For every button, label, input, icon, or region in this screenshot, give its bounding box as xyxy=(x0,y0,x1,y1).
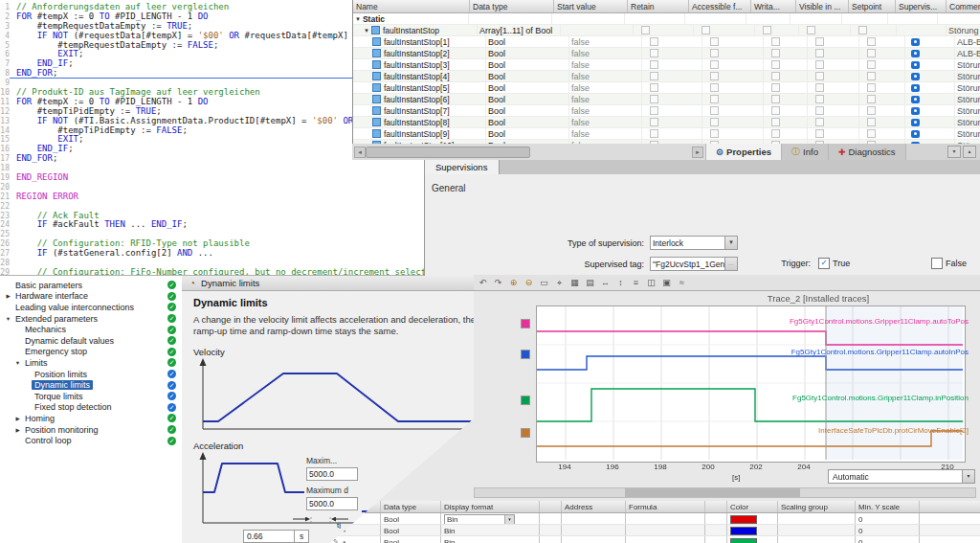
table-row[interactable]: faultInstantStop[9]BoolfalseStörung sofo… xyxy=(353,128,980,140)
checkbox[interactable] xyxy=(650,83,658,92)
scroll-left-icon[interactable]: ◄ xyxy=(354,147,366,158)
checkbox[interactable] xyxy=(815,141,824,144)
checkbox[interactable] xyxy=(702,26,710,34)
ramp-up-time-input[interactable]: 0.66 xyxy=(243,530,295,543)
signal-label[interactable]: Fg5Gty1Control.motions.Gripper11Clamp.au… xyxy=(790,317,969,326)
fit-vertical-icon[interactable]: ↕ xyxy=(613,277,628,289)
column-header[interactable]: Comment xyxy=(947,0,980,12)
trace-scrollbar[interactable] xyxy=(474,487,976,498)
fit-horizontal-icon[interactable]: ↔ xyxy=(598,277,612,289)
column-header[interactable]: Retain xyxy=(628,0,689,12)
table-row[interactable]: faultInstantStop[1]BoolfalseALB-BG180.2/… xyxy=(353,36,980,48)
code-line[interactable]: 21REGION ERROR xyxy=(0,192,426,202)
expander-icon[interactable]: ▼ xyxy=(355,16,361,22)
float-panel-icon[interactable]: ▴ xyxy=(963,146,976,158)
checkbox[interactable] xyxy=(815,118,824,126)
checkbox[interactable] xyxy=(867,95,876,103)
column-header[interactable]: Setpoint xyxy=(849,0,896,12)
checkbox[interactable] xyxy=(710,95,719,103)
checkbox[interactable] xyxy=(771,118,780,126)
checkbox[interactable] xyxy=(710,37,719,46)
scrollbar-thumb[interactable] xyxy=(625,488,800,497)
scrollbar-thumb[interactable] xyxy=(366,147,530,158)
checkbox[interactable] xyxy=(771,106,780,115)
column-header[interactable] xyxy=(540,501,562,512)
checkbox[interactable] xyxy=(650,106,658,115)
checkbox[interactable] xyxy=(815,37,824,46)
code-line[interactable]: 24 IF #ackFault THEN ... END_IF; xyxy=(0,220,426,230)
zoom-region-icon[interactable]: ▭ xyxy=(537,277,551,289)
table-row[interactable]: faultInstantStop[3]BoolfalseStörung sofo… xyxy=(353,59,980,71)
type-of-supervision-select[interactable]: Interlock▼ xyxy=(650,236,738,250)
checkbox[interactable] xyxy=(710,129,719,138)
column-header[interactable]: Scaling group xyxy=(778,501,856,512)
expander-icon[interactable]: ▶ xyxy=(4,293,12,299)
tree-item-extended-parameters[interactable]: ▼Extended parameters✓ xyxy=(0,313,182,325)
checkbox[interactable] xyxy=(867,83,876,92)
checkbox[interactable] xyxy=(867,49,876,57)
crosshair-cursor-icon[interactable]: ⌖ xyxy=(552,277,567,289)
table-row[interactable]: ▼faultInstantStopArray[1..11] of BoolStö… xyxy=(353,25,980,36)
table-row[interactable]: faultInstantStop[6]BoolfalseStörung sofo… xyxy=(353,94,980,105)
table-row[interactable]: faultInstantStop[10]BoolfalseStörung sof… xyxy=(353,140,980,144)
tree-item-mechanics[interactable]: Mechanics✓ xyxy=(0,324,182,335)
checkbox[interactable] xyxy=(650,129,658,138)
checkbox[interactable] xyxy=(771,95,780,103)
code-line[interactable]: 19END_REGION xyxy=(0,173,426,183)
table-row[interactable]: faultInstantStop[2]BoolfalseALB-BG180.4/… xyxy=(353,48,980,59)
checkbox[interactable] xyxy=(710,106,719,115)
signal-visibility-icon[interactable] xyxy=(521,428,530,438)
signal-visibility-icon[interactable] xyxy=(521,350,530,359)
checkbox[interactable] xyxy=(763,26,771,34)
table-row[interactable]: faultInstantStop[8]BoolfalseStörung sofo… xyxy=(353,117,980,128)
grid-toggle-icon[interactable]: ▦ xyxy=(568,277,582,289)
checkbox[interactable] xyxy=(858,26,867,34)
time-scale-select[interactable]: Automatic▾ xyxy=(828,469,975,484)
checkbox[interactable] xyxy=(771,49,780,57)
checkbox[interactable] xyxy=(650,37,658,46)
table-row[interactable]: faultInstantStop[7]BoolfalseStörung sofo… xyxy=(353,105,980,117)
redo-icon[interactable]: ↷ xyxy=(491,277,505,289)
supervised-tag-input[interactable]: "Fg2UcvStp1_1General".fa… xyxy=(650,257,738,271)
checkbox[interactable] xyxy=(710,60,719,69)
code-line[interactable]: 27 IF (#statGeneral.config[2] AND ... xyxy=(0,249,426,259)
checkbox[interactable] xyxy=(771,60,780,69)
checkbox[interactable] xyxy=(867,129,876,138)
display-format-select[interactable]: Bin▾ xyxy=(444,514,515,525)
column-header[interactable]: Formula xyxy=(626,501,705,512)
column-header[interactable]: Data type xyxy=(381,501,441,512)
tree-item-dynamic-limits[interactable]: Dynamic limits✓ xyxy=(0,379,182,391)
checkbox[interactable] xyxy=(867,72,876,80)
column-header[interactable]: Writa... xyxy=(751,0,796,12)
table-row[interactable]: ✎●BoolBin▾0 xyxy=(330,513,980,525)
legend-toggle-icon[interactable]: ≡ xyxy=(629,277,643,289)
checkbox[interactable] xyxy=(650,49,658,57)
column-header[interactable]: Start value xyxy=(554,0,628,12)
checkbox[interactable] xyxy=(650,141,658,144)
tree-item-homing[interactable]: ▶Homing✓ xyxy=(0,413,182,424)
color-swatch[interactable] xyxy=(730,538,757,543)
horizontal-grid-icon[interactable]: ▤ xyxy=(583,277,597,289)
tree-item-basic-parameters[interactable]: Basic parameters✓ xyxy=(0,280,182,291)
tree-item-hardware-interface[interactable]: ▶Hardware interface✓ xyxy=(0,291,182,303)
browse-icon[interactable]: … xyxy=(724,258,737,270)
table-row[interactable]: faultInstantStop[5]BoolfalseStörung sofo… xyxy=(353,82,980,94)
checkbox[interactable] xyxy=(815,60,824,69)
checkbox[interactable] xyxy=(867,118,876,126)
checkbox[interactable] xyxy=(771,83,780,92)
tab-diagnostics[interactable]: ✚ Diagnostics xyxy=(829,144,906,160)
split-view-icon[interactable]: ◫ xyxy=(644,277,658,289)
snapshot-icon[interactable]: ▣ xyxy=(659,277,674,289)
checkbox[interactable] xyxy=(710,141,719,144)
tree-item-dynamic-default-values[interactable]: Dynamic default values✓ xyxy=(0,335,182,347)
checkbox[interactable] xyxy=(650,72,658,80)
checkbox[interactable] xyxy=(867,37,876,46)
expander-icon[interactable]: ▶ xyxy=(13,416,22,421)
tab-properties[interactable]: ⚙ Properties xyxy=(706,144,782,160)
checkbox[interactable] xyxy=(641,26,650,34)
checkbox[interactable] xyxy=(815,49,824,57)
checkbox[interactable] xyxy=(650,95,658,103)
tree-item-fixed-stop-detection[interactable]: Fixed stop detection✓ xyxy=(0,402,182,414)
checkbox[interactable] xyxy=(867,60,876,69)
expander-icon[interactable]: ▼ xyxy=(364,28,369,34)
